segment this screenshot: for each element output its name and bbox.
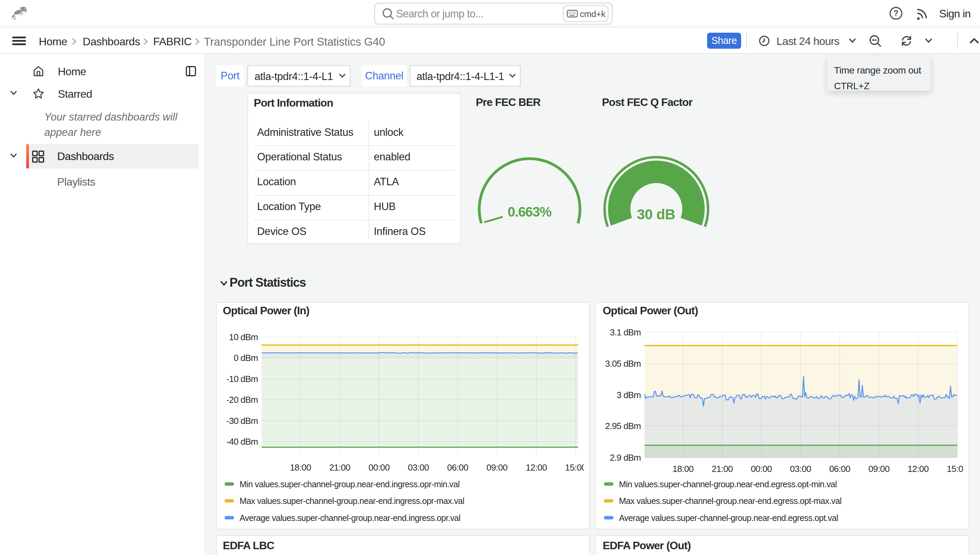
svg-text:3.05 dBm: 3.05 dBm <box>605 359 641 369</box>
svg-text:Average values.super-channel-g: Average values.super-channel-group.near-… <box>619 513 838 523</box>
svg-text:-10 dBm: -10 dBm <box>226 374 258 384</box>
svg-text:10 dBm: 10 dBm <box>229 332 258 342</box>
svg-text:12:00: 12:00 <box>526 462 547 473</box>
svg-text:3 dBm: 3 dBm <box>617 390 641 400</box>
svg-text:Average values.super-channel-g: Average values.super-channel-group.near-… <box>240 513 460 523</box>
svg-text:2.9 dBm: 2.9 dBm <box>610 452 641 462</box>
svg-text:-30 dBm: -30 dBm <box>226 415 258 426</box>
svg-text:Max values.super-channel-group: Max values.super-channel-group.near-end.… <box>619 496 841 505</box>
svg-text:?: ? <box>894 9 898 18</box>
svg-text:21:00: 21:00 <box>711 464 732 474</box>
svg-text:09:00: 09:00 <box>868 464 889 474</box>
svg-text:2.95 dBm: 2.95 dBm <box>605 420 641 431</box>
svg-text:03:00: 03:00 <box>790 464 811 474</box>
svg-text:0 dBm: 0 dBm <box>234 353 258 363</box>
svg-text:18:00: 18:00 <box>672 464 694 474</box>
svg-text:Max values.super-channel-group: Max values.super-channel-group.near-end.… <box>240 496 464 505</box>
svg-text:3.1 dBm: 3.1 dBm <box>610 327 641 337</box>
svg-text:09:00: 09:00 <box>487 462 508 473</box>
svg-text:06:00: 06:00 <box>829 464 850 474</box>
svg-text:00:00: 00:00 <box>751 464 772 474</box>
svg-text:12:00: 12:00 <box>908 464 929 474</box>
svg-text:03:00: 03:00 <box>408 462 429 473</box>
svg-text:15:00: 15:00 <box>565 462 584 473</box>
svg-text:Min values.super-channel-group: Min values.super-channel-group.near-end.… <box>240 479 459 489</box>
svg-text:15:00: 15:00 <box>946 464 963 474</box>
svg-text:-20 dBm: -20 dBm <box>226 395 258 405</box>
svg-text:00:00: 00:00 <box>369 462 390 473</box>
svg-text:-40 dBm: -40 dBm <box>226 436 258 447</box>
svg-text:Min values.super-channel-group: Min values.super-channel-group.near-end.… <box>619 479 837 489</box>
svg-text:06:00: 06:00 <box>447 462 468 473</box>
svg-text:18:00: 18:00 <box>290 462 311 473</box>
svg-text:21:00: 21:00 <box>329 462 350 473</box>
